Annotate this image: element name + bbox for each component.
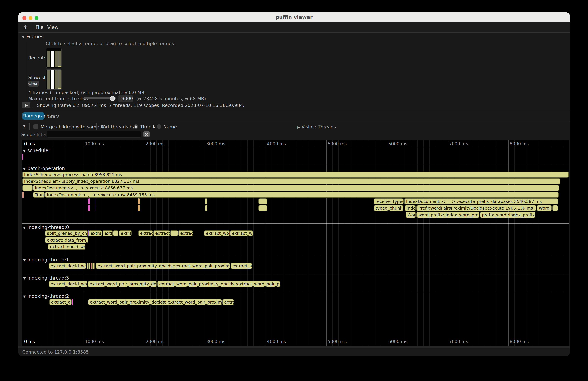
flame-bar[interactable]: extract_word xyxy=(204,230,230,236)
scope-filter-input[interactable] xyxy=(47,131,141,138)
flame-bar[interactable] xyxy=(552,205,558,211)
flame-bar[interactable]: extract xyxy=(178,230,193,236)
flame-bar[interactable]: IndexDocuments<_, _>::execute 8656.677 m… xyxy=(33,185,559,191)
flame-bar[interactable]: extra xyxy=(103,230,113,236)
flame-bar[interactable]: extract_word_pair_proximity_docids::extr… xyxy=(96,263,230,269)
frame-thumbnail-bar[interactable] xyxy=(51,70,54,89)
flame-bar[interactable]: IndexScheduler>::apply_index_operation 8… xyxy=(22,178,560,184)
flame-bar[interactable] xyxy=(22,192,24,198)
frame-thumbnail-bar[interactable] xyxy=(55,70,58,89)
flame-bar[interactable]: index xyxy=(405,205,416,211)
flame-bar[interactable]: extract::data_from_ob xyxy=(45,237,88,243)
flame-bar[interactable] xyxy=(258,198,268,204)
flame-bar[interactable]: WordPr xyxy=(537,205,552,211)
flame-bar[interactable]: Trans xyxy=(33,192,45,198)
clear-button[interactable]: Clear xyxy=(28,81,39,87)
flame-bar[interactable]: extract_wo xyxy=(231,263,252,269)
merge-children-checkbox[interactable] xyxy=(33,124,39,129)
theme-toggle-icon[interactable]: ☀ xyxy=(23,22,28,32)
axis-tick-label: 5000 ms xyxy=(328,339,347,344)
help-button[interactable]: ? xyxy=(23,124,25,129)
flame-bar[interactable] xyxy=(88,205,90,211)
thread-label[interactable]: ▼indexing-thread:0 xyxy=(23,225,69,230)
flame-bar[interactable] xyxy=(96,205,96,211)
frame-thumbnail-bar[interactable] xyxy=(47,70,50,89)
collapse-triangle-icon: ▼ xyxy=(23,258,26,262)
max-frames-value[interactable]: 18000 xyxy=(118,95,133,102)
flame-bar[interactable] xyxy=(72,299,73,305)
menu-view[interactable]: View xyxy=(47,22,58,32)
flame-bar[interactable] xyxy=(88,230,89,236)
flame-bar[interactable] xyxy=(138,198,140,204)
sort-threads-label: Sort threads by: xyxy=(100,124,136,129)
thread-label[interactable]: ▼batch-operation xyxy=(23,166,65,171)
clear-filter-button[interactable]: x xyxy=(144,131,149,137)
flame-bar[interactable]: prefix_word::index_prefix_wo xyxy=(480,212,535,218)
frame-thumbnail-bar[interactable] xyxy=(58,70,61,89)
frame-thumbnail-bar[interactable] xyxy=(58,51,61,67)
gridline xyxy=(545,140,545,346)
radio-dot xyxy=(135,125,137,128)
flame-bar[interactable] xyxy=(205,205,207,211)
flame-bar[interactable]: Word xyxy=(406,212,416,218)
flame-bar[interactable]: extract_docid_word xyxy=(48,244,85,250)
thread-label[interactable]: ▼indexing-thread:2 xyxy=(23,293,69,299)
flame-bar[interactable]: extract_doc xyxy=(49,299,72,305)
menu-file[interactable]: File xyxy=(36,22,43,32)
showing-frame-text: Showing frame #2, 8957.4 ms, 7 threads, … xyxy=(37,103,245,108)
frames-section-header[interactable]: ▼Frames xyxy=(22,34,43,40)
flame-bar[interactable] xyxy=(205,198,207,204)
flame-bar[interactable]: extract_ xyxy=(153,230,170,236)
flame-bar[interactable] xyxy=(88,198,90,204)
sort-time-radio[interactable] xyxy=(134,124,138,129)
tab-flamegraph[interactable]: Flamegraph xyxy=(22,112,44,120)
flame-bar[interactable]: PrefixWordPairsProximityDocids::execute … xyxy=(417,205,536,211)
gridline xyxy=(533,140,533,346)
thread-label[interactable]: ▼indexing-thread:3 xyxy=(23,275,69,281)
thread-label[interactable]: ▼scheduler xyxy=(23,148,50,153)
flame-bar[interactable]: extrac xyxy=(222,299,234,305)
section-divider xyxy=(22,256,569,256)
flame-bar[interactable]: extract_docid_word xyxy=(49,281,87,287)
recent-frames-thumbnail[interactable] xyxy=(46,48,62,68)
play-button[interactable]: ▶ xyxy=(22,102,30,108)
sort-direction-arrow-icon[interactable]: ↓ xyxy=(152,124,156,129)
flame-bar[interactable]: split_grenad_by_chun xyxy=(45,230,88,236)
flame-bar[interactable] xyxy=(87,263,89,269)
visible-threads-header[interactable]: ▶Visible Threads xyxy=(297,124,336,129)
flame-bar[interactable]: IndexScheduler>::process_batch 8953.821 … xyxy=(22,171,569,178)
flame-bar[interactable] xyxy=(22,185,33,191)
flame-bar[interactable] xyxy=(96,198,96,204)
flame-bar[interactable]: extract_word_pair_proximity_docids xyxy=(88,281,157,287)
flame-bar[interactable] xyxy=(89,263,90,269)
flame-bar[interactable] xyxy=(113,230,118,236)
tab-stats[interactable]: Stats xyxy=(48,114,60,119)
slowest-frames-thumbnail[interactable] xyxy=(46,69,62,90)
thread-label[interactable]: ▼indexing-thread:1 xyxy=(23,257,69,263)
flame-bar[interactable] xyxy=(92,263,95,269)
flame-bar[interactable] xyxy=(170,230,178,236)
flame-bar[interactable] xyxy=(258,205,268,211)
flame-bar[interactable]: extract_docid_word xyxy=(49,263,86,269)
flame-bar[interactable]: extract_word_pair_proximity_docids::extr… xyxy=(88,299,222,305)
flame-bar[interactable]: IndexDocuments<_, _>::execute_prefix_dat… xyxy=(404,198,558,204)
frame-thumbnail-bar[interactable] xyxy=(55,51,58,67)
sort-name-radio[interactable] xyxy=(157,124,161,129)
flame-bar[interactable] xyxy=(138,205,140,211)
flame-bar[interactable]: extract_word_pair_proximity_docids::extr… xyxy=(157,281,280,287)
frame-thumbnail-bar[interactable] xyxy=(51,51,54,67)
slider-knob[interactable] xyxy=(110,96,115,101)
frame-thumbnail-bar[interactable] xyxy=(47,51,50,67)
flame-bar[interactable]: extract xyxy=(89,230,102,236)
flame-bar[interactable]: extract_ xyxy=(138,230,153,236)
flame-bar[interactable]: word_prefix::index_word_prefix_ xyxy=(417,212,480,218)
flame-bar[interactable]: typed_chunk::w xyxy=(374,205,403,211)
flame-bar[interactable]: receive_typed_ xyxy=(374,198,404,204)
flame-bar[interactable] xyxy=(91,263,92,269)
flamegraph-canvas[interactable]: 0 ms0 ms1000 ms1000 ms2000 ms2000 ms3000… xyxy=(22,140,569,346)
flame-bar[interactable]: IndexDocuments<_, _>::execute_raw 8459.1… xyxy=(45,192,559,198)
gridline xyxy=(551,140,551,346)
flame-bar[interactable] xyxy=(22,154,23,160)
flame-bar[interactable]: extract_wo xyxy=(230,230,253,236)
flame-bar[interactable]: extrac xyxy=(119,230,132,236)
